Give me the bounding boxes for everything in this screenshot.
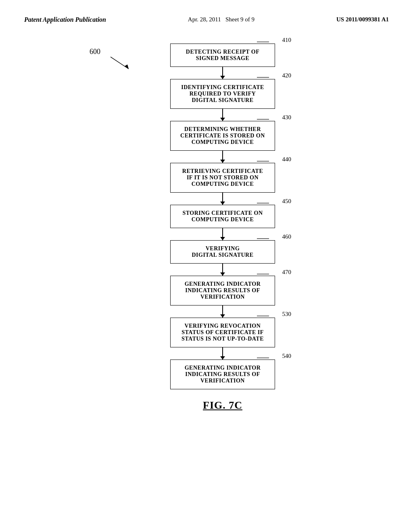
step-430-ref: 430 [282, 114, 292, 121]
arrow-530-540 [222, 347, 223, 360]
step-470-ref: 470 [282, 269, 292, 276]
step-440-text: RETRIEVING CERTIFICATEIF IT IS NOT STORE… [182, 168, 263, 187]
arrow-420-430 [222, 109, 223, 121]
step-530-box: VERIFYING REVOCATIONSTATUS OF CERTIFICAT… [170, 318, 275, 347]
fig-label: FIG. 7C [203, 399, 242, 411]
step-410-text: DETECTING RECEIPT OFSIGNED MESSAGE [186, 49, 259, 61]
step-450-ref: 450 [282, 198, 292, 205]
step-430-text: DETERMINING WHETHERCERTIFICATE IS STORED… [180, 126, 265, 145]
step-440-container: RETRIEVING CERTIFICATEIF IT IS NOT STORE… [158, 163, 287, 193]
step-420-ref: 420 [282, 72, 292, 79]
step-450-container: STORING CERTIFICATE ONCOMPUTING DEVICE 4… [158, 205, 287, 228]
page-header: Patent Application Publication Apr. 28, … [0, 0, 413, 31]
step-420-box: IDENTIFYING CERTIFICATEREQUIRED TO VERIF… [170, 79, 275, 109]
step-540-ref: 540 [282, 353, 292, 360]
step-460-box: VERIFYINGDIGITAL SIGNATURE [170, 240, 275, 264]
step-470-box: GENERATING INDICATORINDICATING RESULTS O… [170, 276, 275, 305]
header-center: Apr. 28, 2011 Sheet 9 of 9 [188, 16, 254, 23]
step-440-ref: 440 [282, 156, 292, 163]
ref-600-label: 600 [90, 48, 100, 56]
arrow-460-470 [222, 264, 223, 276]
step-460-container: VERIFYINGDIGITAL SIGNATURE 460 [158, 240, 287, 264]
step-460-text: VERIFYINGDIGITAL SIGNATURE [192, 245, 253, 258]
step-430-box: DETERMINING WHETHERCERTIFICATE IS STORED… [170, 121, 275, 151]
step-540-text: GENERATING INDICATORINDICATING RESULTS O… [185, 365, 261, 384]
step-540-container: GENERATING INDICATORINDICATING RESULTS O… [158, 360, 287, 389]
sheet-label: Sheet 9 of 9 [225, 16, 254, 23]
step-430-container: DETERMINING WHETHERCERTIFICATE IS STORED… [158, 121, 287, 151]
step-410-container: DETECTING RECEIPT OFSIGNED MESSAGE 410 [158, 44, 287, 67]
arrow-410-420 [222, 67, 223, 79]
step-470-text: GENERATING INDICATORINDICATING RESULTS O… [185, 281, 261, 300]
arrow-450-460 [222, 228, 223, 240]
step-470-container: GENERATING INDICATORINDICATING RESULTS O… [158, 276, 287, 305]
date-label: Apr. 28, 2011 [188, 16, 221, 23]
step-420-container: IDENTIFYING CERTIFICATEREQUIRED TO VERIF… [158, 79, 287, 109]
patent-number: US 2011/0099381 A1 [336, 16, 389, 23]
arrow-470-530 [222, 305, 223, 318]
step-410-box: DETECTING RECEIPT OFSIGNED MESSAGE [170, 44, 275, 67]
step-540-box: GENERATING INDICATORINDICATING RESULTS O… [170, 360, 275, 389]
step-450-text: STORING CERTIFICATE ONCOMPUTING DEVICE [182, 210, 263, 222]
ref-600-arrow [111, 55, 135, 73]
step-530-container: VERIFYING REVOCATIONSTATUS OF CERTIFICAT… [158, 318, 287, 347]
step-530-text: VERIFYING REVOCATIONSTATUS OF CERTIFICAT… [181, 323, 264, 342]
arrow-430-440 [222, 151, 223, 163]
publication-label: Patent Application Publication [24, 16, 106, 23]
step-440-box: RETRIEVING CERTIFICATEIF IT IS NOT STORE… [170, 163, 275, 193]
svg-line-0 [111, 57, 129, 69]
arrow-440-450 [222, 193, 223, 205]
step-530-ref: 530 [282, 311, 292, 318]
step-450-box: STORING CERTIFICATE ONCOMPUTING DEVICE [170, 205, 275, 228]
diagram-area: 600 DETECTING RECEIPT OFSIGNED MESSAGE 4… [0, 31, 413, 411]
step-460-ref: 460 [282, 233, 292, 240]
step-420-text: IDENTIFYING CERTIFICATEREQUIRED TO VERIF… [181, 84, 264, 103]
